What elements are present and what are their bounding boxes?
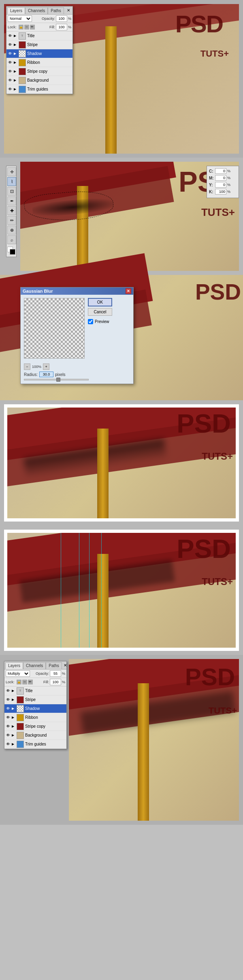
dialog-buttons: OK Cancel Preview	[88, 298, 112, 359]
radius-input[interactable]	[39, 372, 53, 377]
tab-layers-1[interactable]: Layers	[7, 7, 25, 14]
color-y-label: Y:	[209, 183, 215, 187]
opacity-input-1[interactable]	[56, 15, 67, 22]
panel-tabs-1: Layers Channels Paths ✕	[6, 6, 72, 15]
lock-icon-6[interactable]: 🔒	[17, 680, 21, 684]
visibility-icon-stripe-copy-1[interactable]: 👁	[7, 69, 13, 74]
blend-opacity-row-6: Multiply Opacity: %	[4, 670, 66, 678]
visibility-icon-ribbon-1[interactable]: 👁	[7, 60, 13, 65]
panel-close-1[interactable]: ✕	[65, 7, 72, 14]
visibility-icon-stripe-1[interactable]: 👁	[7, 42, 13, 48]
visibility-icon-title-1[interactable]: 👁	[7, 33, 13, 39]
visibility-icon-stripe-copy-6[interactable]: 👁	[5, 724, 11, 729]
layer-row-ribbon-6[interactable]: 👁 ▶ Ribbon	[4, 713, 66, 722]
gold-ribbon-s4	[97, 429, 109, 522]
dialog-close-btn[interactable]: ✕	[126, 288, 131, 294]
lock-fill-row-1: Lock: 🔒 ↔ ✏ Fill: %	[6, 23, 72, 32]
preview-checkbox[interactable]	[88, 319, 93, 324]
layer-row-stripe-copy-6[interactable]: 👁 ▶ Stripe copy	[4, 722, 66, 731]
dialog-cancel-btn[interactable]: Cancel	[88, 308, 112, 316]
visibility-icon-guides-6[interactable]: 👁	[5, 741, 11, 747]
tool-zoom[interactable]: ⌕	[7, 235, 16, 244]
layer-row-shadow-6[interactable]: 👁 ▶ Shadow	[4, 704, 66, 713]
thumb-ribbon-6	[17, 714, 24, 721]
lock-icon-1[interactable]: 🔒	[19, 25, 23, 30]
tab-paths-6[interactable]: Paths	[46, 662, 62, 669]
layer-row-shadow-1[interactable]: 👁 ▶ Shadow	[6, 49, 72, 58]
fill-input-6[interactable]	[50, 679, 61, 685]
blend-mode-select-6[interactable]: Multiply	[6, 670, 30, 677]
tool-crop[interactable]: ⊡	[7, 187, 16, 196]
canvas-tuts-text-2: TUTS+	[201, 206, 235, 219]
zoom-controls: − 100% +	[24, 363, 130, 370]
tab-channels-6[interactable]: Channels	[23, 662, 46, 669]
thumb-stripe-1	[19, 41, 26, 49]
radius-row: Radius: pixels	[24, 372, 130, 377]
guide-line-3	[89, 530, 90, 651]
visibility-icon-bg-6[interactable]: 👁	[5, 733, 11, 738]
section4-container: PSD TUTS+	[0, 400, 243, 526]
layer-row-guides-1[interactable]: 👁 ▶ Trim guides	[6, 85, 72, 94]
layer-name-shadow-1: Shadow	[27, 51, 72, 56]
layer-row-ribbon-1[interactable]: 👁 ▶ Ribbon	[6, 58, 72, 67]
radius-slider[interactable]	[24, 379, 89, 380]
move-icon-1[interactable]: ↔	[24, 25, 29, 30]
visibility-icon-guides-1[interactable]: 👁	[7, 87, 13, 92]
layer-row-title-6[interactable]: 👁 ▶ T Title	[4, 686, 66, 695]
panel-close-6[interactable]: ✕	[62, 662, 68, 669]
tool-move[interactable]: ✛	[7, 167, 16, 176]
dialog-body: OK Cancel Preview	[21, 295, 133, 362]
layer-row-guides-6[interactable]: 👁 ▶ Trim guides	[4, 740, 66, 749]
opacity-control-6: Opacity: %	[36, 670, 65, 677]
layer-row-stripe-6[interactable]: 👁 ▶ Stripe	[4, 695, 66, 704]
zoom-in-btn[interactable]: +	[43, 363, 49, 370]
opacity-input-6[interactable]	[50, 670, 61, 677]
paint-icon-1[interactable]: ✏	[30, 25, 35, 30]
fill-input-1[interactable]	[56, 24, 67, 30]
color-m-unit: %	[227, 176, 230, 180]
layer-row-bg-6[interactable]: 👁 ▶ Background	[4, 731, 66, 740]
color-panel: C: % M: % Y: % K: %	[207, 166, 239, 198]
tool-eyedrop[interactable]: ✒	[7, 196, 16, 205]
fill-unit-6: %	[62, 680, 65, 684]
panel-tabs-6: Layers Channels Paths ✕	[4, 661, 66, 670]
tool-stamp[interactable]: ⊕	[7, 226, 16, 234]
visibility-icon-stripe-6[interactable]: 👁	[5, 697, 11, 703]
move-icon-6[interactable]: ↔	[22, 680, 27, 684]
visibility-icon-shadow-6[interactable]: 👁	[5, 706, 11, 712]
tuts-s5: TUTS+	[202, 576, 233, 587]
visibility-icon-ribbon-6[interactable]: 👁	[5, 715, 11, 720]
layer-name-shadow-6: Shadow	[25, 706, 66, 711]
layer-row-bg-1[interactable]: 👁 ▶ Background	[6, 76, 72, 85]
visibility-icon-title-6[interactable]: 👁	[5, 688, 11, 694]
tab-channels-1[interactable]: Channels	[25, 7, 48, 14]
layer-name-bg-6: Background	[25, 733, 66, 737]
layer-name-stripe-1: Stripe	[27, 42, 72, 47]
visibility-icon-bg-1[interactable]: 👁	[7, 78, 13, 83]
opacity-label-1: Opacity:	[42, 17, 55, 21]
layer-row-stripe-copy-1[interactable]: 👁 ▶ Stripe copy	[6, 67, 72, 76]
layers-panel-6: Layers Channels Paths ✕ Multiply Opacity…	[4, 661, 67, 749]
paint-icon-6[interactable]: ✏	[28, 680, 33, 684]
color-c-label: C:	[209, 169, 215, 173]
color-c-input[interactable]	[215, 168, 226, 174]
tab-layers-6[interactable]: Layers	[5, 662, 23, 669]
zoom-out-btn[interactable]: −	[24, 363, 30, 370]
tab-paths-1[interactable]: Paths	[48, 7, 64, 14]
color-k-input[interactable]	[215, 189, 226, 194]
layer-row-title-1[interactable]: 👁 ▶ T Title	[6, 32, 72, 40]
color-m-input[interactable]	[215, 175, 226, 181]
blend-mode-select-1[interactable]: Normal	[8, 15, 32, 22]
tool-heal[interactable]: ✚	[7, 206, 16, 215]
color-swatches[interactable]	[7, 247, 16, 256]
visibility-icon-shadow-1[interactable]: 👁	[7, 51, 13, 57]
radius-label: Radius:	[24, 372, 38, 377]
dialog-ok-btn[interactable]: OK	[88, 298, 112, 306]
color-y-input[interactable]	[215, 182, 226, 188]
tool-lasso[interactable]: ⌇	[7, 177, 16, 186]
arrow-stripe-1: ▶	[14, 43, 18, 47]
guide-line-1	[61, 530, 61, 651]
tool-brush[interactable]: ✏	[7, 216, 16, 225]
canvas-area-5: PSD TUTS+	[4, 530, 239, 651]
layer-row-stripe-1[interactable]: 👁 ▶ Stripe	[6, 40, 72, 49]
